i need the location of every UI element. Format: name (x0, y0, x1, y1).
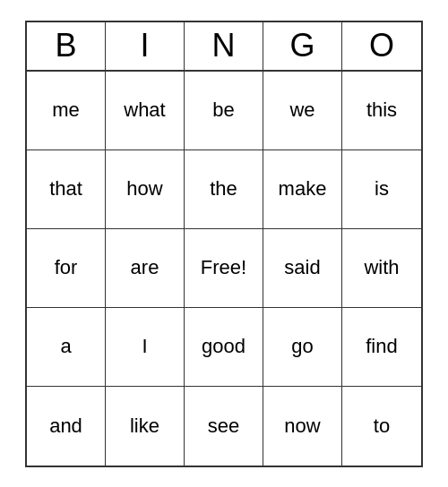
grid-cell-3: we (263, 72, 342, 150)
grid-cell-8: make (263, 150, 342, 229)
grid-cell-7: the (185, 150, 263, 229)
grid-cell-23: now (263, 387, 342, 466)
grid-cell-16: I (106, 308, 185, 387)
grid-cell-14: with (342, 229, 421, 308)
grid-cell-17: good (185, 308, 263, 387)
grid-cell-0: me (27, 72, 106, 150)
grid-cell-9: is (342, 150, 421, 229)
header-b: B (27, 22, 106, 72)
bingo-grid: mewhatbewethisthathowthemakeisforareFree… (27, 72, 421, 466)
grid-cell-19: find (342, 308, 421, 387)
grid-cell-12: Free! (185, 229, 263, 308)
grid-cell-24: to (342, 387, 421, 466)
grid-cell-11: are (106, 229, 185, 308)
header-g: G (263, 22, 342, 72)
bingo-card: B I N G O mewhatbewethisthathowthemakeis… (25, 21, 423, 467)
grid-cell-22: see (185, 387, 263, 466)
grid-cell-1: what (106, 72, 185, 150)
header-o: O (342, 22, 421, 72)
grid-cell-4: this (342, 72, 421, 150)
grid-cell-5: that (27, 150, 106, 229)
grid-cell-6: how (106, 150, 185, 229)
grid-cell-13: said (263, 229, 342, 308)
bingo-header: B I N G O (27, 22, 421, 72)
grid-cell-10: for (27, 229, 106, 308)
header-n: N (185, 22, 263, 72)
grid-cell-2: be (185, 72, 263, 150)
header-i: I (106, 22, 185, 72)
grid-cell-18: go (263, 308, 342, 387)
grid-cell-15: a (27, 308, 106, 387)
grid-cell-20: and (27, 387, 106, 466)
grid-cell-21: like (106, 387, 185, 466)
